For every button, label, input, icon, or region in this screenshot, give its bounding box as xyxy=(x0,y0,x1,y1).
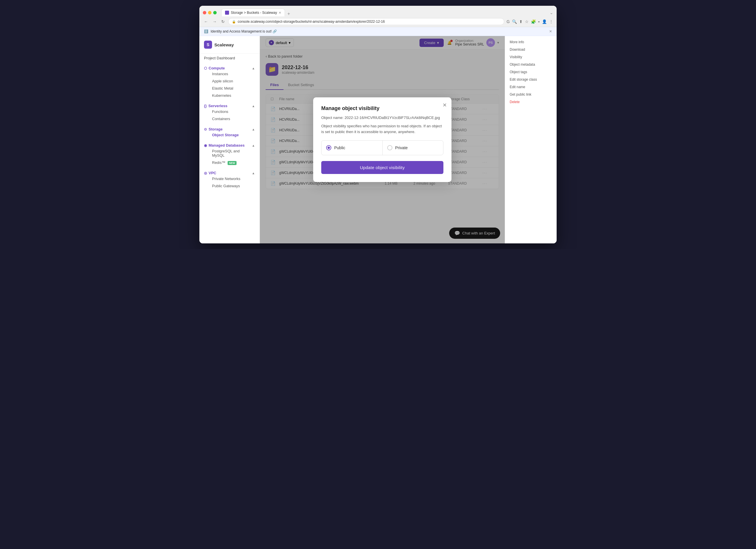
modal-manage-visibility: ✕ Manage object visibility Object name: … xyxy=(313,97,451,182)
notification-text: Identity and Access Management is out! 🔗 xyxy=(211,29,277,33)
sidebar-section-vpc: ◎ VPC ▲ Private Networks Public Gateways xyxy=(199,167,260,191)
sidebar-serverless-title: {} Serverless xyxy=(204,104,227,108)
sidebar-item-kubernetes[interactable]: Kubernetes xyxy=(204,92,255,99)
right-panel-object-metadata[interactable]: Object metadata xyxy=(505,61,557,68)
vpc-toggle-icon: ▲ xyxy=(252,171,255,175)
notification-close-button[interactable]: ✕ xyxy=(549,29,552,33)
profile-icon[interactable]: 👤 xyxy=(542,19,547,24)
project-dashboard-label: Project Dashboard xyxy=(204,56,235,60)
tab-favicon xyxy=(225,11,229,15)
tab-title: Storage > Buckets - Scaleway xyxy=(231,11,277,15)
update-visibility-button[interactable]: Update object visibility xyxy=(321,161,443,174)
right-panel-edit-name[interactable]: Edit name xyxy=(505,83,557,91)
right-panel-edit-storage-class[interactable]: Edit storage class xyxy=(505,76,557,83)
radio-public[interactable] xyxy=(326,145,331,150)
browser-tabs: Storage > Buckets - Scaleway ✕ + xyxy=(221,9,547,16)
update-button-label: Update object visibility xyxy=(360,165,405,170)
sidebar-item-containers[interactable]: Containers xyxy=(204,115,255,122)
new-tab-button[interactable]: + xyxy=(287,11,290,16)
object-name-value: 2022-12-16/HCVRlUDaBt1YVzcBlF7SLrAAk8iNq… xyxy=(345,116,440,120)
databases-toggle-icon: ▲ xyxy=(252,144,255,147)
modal-close-button[interactable]: ✕ xyxy=(443,102,447,108)
radio-private[interactable] xyxy=(387,145,392,150)
sidebar-databases-header[interactable]: ◉ Managed Databases ▲ xyxy=(204,143,255,147)
info-icon: ℹ️ xyxy=(204,29,208,33)
close-button[interactable] xyxy=(203,11,206,14)
visibility-option-private[interactable]: Private xyxy=(382,141,443,155)
maximize-button[interactable] xyxy=(213,11,217,14)
traffic-lights xyxy=(203,11,217,14)
reload-button[interactable]: ↻ xyxy=(220,18,226,25)
sidebar-item-elastic-metal[interactable]: Elastic Metal xyxy=(204,85,255,92)
sidebar-item-private-networks[interactable]: Private Networks xyxy=(204,175,255,182)
sidebar-item-object-storage[interactable]: Object Storage xyxy=(204,131,255,139)
sidebar-compute-header[interactable]: ⬡ Compute ▲ xyxy=(204,66,255,70)
sidebar-section-serverless: {} Serverless ▲ Functions Containers xyxy=(199,100,260,124)
address-text: console.scaleway.com/object-storage/buck… xyxy=(238,20,385,24)
sidebar-item-functions[interactable]: Functions xyxy=(204,108,255,115)
sidebar-databases-title: ◉ Managed Databases xyxy=(204,143,245,147)
search-icon[interactable]: 🔍 xyxy=(512,19,517,24)
sidebar-item-apple-silicon[interactable]: Apple silicon xyxy=(204,77,255,85)
sidebar-logo: S Scaleway xyxy=(199,36,260,54)
sidebar-item-instances[interactable]: Instances xyxy=(204,70,255,77)
google-icon[interactable]: G xyxy=(506,19,510,24)
public-label: Public xyxy=(334,145,345,150)
modal-description: Object visibility specifies who has perm… xyxy=(321,123,443,135)
share-icon[interactable]: ⬆ xyxy=(519,19,523,24)
navigation-bar: ← → ↻ 🔒 console.scaleway.com/object-stor… xyxy=(199,16,557,27)
main-content: ✦ default ▾ Create ▾ 🔔 Organization: Pip… xyxy=(260,36,505,243)
tab-close-button[interactable]: ✕ xyxy=(279,11,281,15)
modal-overlay[interactable]: ✕ Manage object visibility Object name: … xyxy=(260,36,505,243)
sidebar-section-databases: ◉ Managed Databases ▲ PostgreSQL and MyS… xyxy=(199,140,260,167)
sidebar-item-postgresql-mysql[interactable]: PostgreSQL and MySQL xyxy=(204,147,255,159)
bookmark-icon[interactable]: ☆ xyxy=(525,19,529,24)
right-panel-delete[interactable]: Delete xyxy=(505,98,557,106)
right-panel-more-info[interactable]: More info xyxy=(505,38,557,46)
sidebar-serverless-header[interactable]: {} Serverless ▲ xyxy=(204,104,255,108)
modal-object-name: Object name: 2022-12-16/HCVRlUDaBt1YVzcB… xyxy=(321,116,443,120)
browser-tab-active[interactable]: Storage > Buckets - Scaleway ✕ xyxy=(221,9,285,16)
lock-icon: 🔒 xyxy=(232,20,236,24)
sidebar-item-project-dashboard[interactable]: Project Dashboard xyxy=(199,54,260,63)
sidebar-item-redis[interactable]: Redis™ NEW xyxy=(204,159,255,166)
sidebar-item-public-gateways[interactable]: Public Gateways xyxy=(204,182,255,190)
extensions-icon[interactable]: 🧩 xyxy=(531,19,536,24)
sidebar-section-storage: ⊙ Storage ▲ Object Storage xyxy=(199,124,260,140)
browser-resize-icon: ⌄ xyxy=(550,10,553,15)
visibility-options: Public Private xyxy=(321,140,443,155)
tab-grid-icon[interactable]: ▪ xyxy=(538,19,540,24)
right-panel-object-tags[interactable]: Object tags xyxy=(505,68,557,76)
sidebar: S Scaleway Project Dashboard ⬡ Compute ▲… xyxy=(199,36,260,243)
scaleway-logo-icon: S xyxy=(204,41,212,49)
modal-title: Manage object visibility xyxy=(321,105,443,111)
compute-icon: ⬡ xyxy=(204,66,207,70)
sidebar-vpc-title: ◎ VPC xyxy=(204,171,216,175)
right-panel-download[interactable]: Download xyxy=(505,46,557,53)
visibility-option-public[interactable]: Public xyxy=(322,141,382,155)
forward-nav-button[interactable]: → xyxy=(211,18,218,25)
object-name-label: Object name: xyxy=(321,116,343,120)
right-panel-get-public-link[interactable]: Get public link xyxy=(505,91,557,98)
sidebar-storage-title: ⊙ Storage xyxy=(204,127,222,131)
compute-toggle-icon: ▲ xyxy=(252,67,255,70)
right-panel: More info Download Visibility Object met… xyxy=(505,36,557,243)
serverless-toggle-icon: ▲ xyxy=(252,104,255,108)
notification-banner: ℹ️ Identity and Access Management is out… xyxy=(199,27,557,36)
private-label: Private xyxy=(395,145,408,150)
scaleway-logo-text: Scaleway xyxy=(214,42,234,47)
minimize-button[interactable] xyxy=(208,11,211,14)
sidebar-storage-header[interactable]: ⊙ Storage ▲ xyxy=(204,127,255,131)
serverless-icon: {} xyxy=(204,104,207,108)
storage-icon: ⊙ xyxy=(204,127,207,131)
address-bar[interactable]: 🔒 console.scaleway.com/object-storage/bu… xyxy=(228,18,504,25)
sidebar-compute-title: ⬡ Compute xyxy=(204,66,225,70)
back-nav-button[interactable]: ← xyxy=(203,18,209,25)
sidebar-section-compute: ⬡ Compute ▲ Instances Apple silicon Elas… xyxy=(199,63,260,100)
databases-icon: ◉ xyxy=(204,143,207,147)
vpc-icon: ◎ xyxy=(204,171,207,175)
menu-icon[interactable]: ⋮ xyxy=(549,19,553,24)
browser-action-icons: G 🔍 ⬆ ☆ 🧩 ▪ 👤 ⋮ xyxy=(506,19,553,24)
sidebar-vpc-header[interactable]: ◎ VPC ▲ xyxy=(204,171,255,175)
right-panel-visibility[interactable]: Visibility xyxy=(505,53,557,61)
